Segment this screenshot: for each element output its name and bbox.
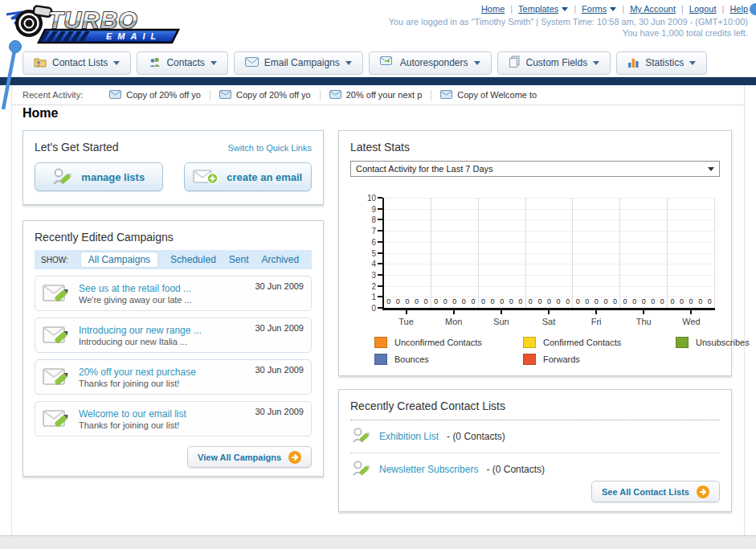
value-label: 0 <box>632 297 636 305</box>
contact-list-link[interactable]: Newsletter Subscribers <box>379 464 478 475</box>
tab-label: Statistics <box>645 57 684 68</box>
main-nav-tabbar: Contact ListsContactsEmail CampaignsAuto… <box>0 48 756 77</box>
tab-statistics[interactable]: Statistics <box>616 51 707 75</box>
top-nav-help[interactable]: Help <box>729 4 748 14</box>
campaign-text: Introducing our new range ...Introducing… <box>79 325 202 346</box>
campaign-subtitle: Introducing our new Italia ... <box>79 337 202 346</box>
x-axis-tick <box>643 310 644 314</box>
top-nav-logout[interactable]: Logout <box>689 4 717 14</box>
arrow-right-icon <box>288 451 301 464</box>
latest-stats-panel: Latest Stats Contact Activity for the La… <box>338 130 732 376</box>
y-axis-tick <box>378 241 382 243</box>
y-axis-label: 4 <box>355 260 376 268</box>
y-axis-tick <box>378 296 382 297</box>
y-axis-tick <box>378 285 382 287</box>
campaign-title-link[interactable]: Welcome to our email list <box>79 408 186 420</box>
value-label: 0 <box>396 297 400 305</box>
legend-item: Bounces <box>374 354 523 365</box>
stats-period-select[interactable]: Contact Activity for the Last 7 Days <box>350 161 720 177</box>
legend-label: Unconfirmed Contacts <box>394 338 482 347</box>
campaigns-panel: Recently Edited Campaigns SHOW: All Camp… <box>22 220 324 477</box>
tab-custom-fields[interactable]: Custom Fields <box>497 51 611 75</box>
tab-autoresponders[interactable]: Autoresponders <box>369 51 492 75</box>
top-nav-label: My Account <box>630 4 676 14</box>
campaign-date: 30 Jun 2009 <box>255 365 304 375</box>
x-axis-tick <box>548 310 550 314</box>
envelope-icon <box>440 90 452 100</box>
contact-list-count: - (0 Contacts) <box>447 431 505 442</box>
view-all-campaigns-button[interactable]: View All Campaigns <box>187 446 312 468</box>
y-axis-label: 1 <box>355 293 376 301</box>
email-envelope-icon <box>245 57 259 69</box>
value-label: 0 <box>415 297 419 305</box>
tab-label: Autoresponders <box>400 57 468 68</box>
contact-list-link[interactable]: Exhibition List <box>379 431 439 442</box>
x-axis-tick <box>690 310 692 314</box>
manage-lists-button[interactable]: manage lists <box>35 162 163 191</box>
value-label: 0 <box>500 297 504 305</box>
tab-contacts[interactable]: Contacts <box>137 51 227 75</box>
top-nav-forms[interactable]: Forms <box>582 4 616 14</box>
chevron-down-icon <box>562 7 568 11</box>
value-label: 0 <box>689 297 693 305</box>
campaign-title-link[interactable]: 20% off your next purchase <box>79 367 196 378</box>
value-label: 0 <box>660 297 664 305</box>
filter-sent[interactable]: Sent <box>229 254 249 265</box>
top-nav-label: Logout <box>689 4 717 14</box>
see-all-contact-lists-button[interactable]: See All Contact Lists <box>591 481 720 502</box>
nav-separator: | <box>622 4 624 14</box>
tab-email-campaigns[interactable]: Email Campaigns <box>234 51 363 75</box>
campaign-title-link[interactable]: Introducing our new range ... <box>79 325 202 336</box>
y-axis-tick <box>378 219 382 220</box>
value-label: 0 <box>557 297 561 305</box>
campaign-card[interactable]: Introducing our new range ...Introducing… <box>35 318 312 353</box>
filter-all-campaigns[interactable]: All Campaigns <box>81 252 157 267</box>
legend-label: Unsubscribes <box>696 338 750 347</box>
x-axis-tick <box>501 310 502 314</box>
campaign-card[interactable]: 20% off your next purchaseThanks for joi… <box>35 359 312 395</box>
contact-lists-folder-icon <box>34 56 47 70</box>
value-label: 0 <box>434 297 438 305</box>
recent-activity-item[interactable]: 20% off your next p <box>321 90 432 100</box>
top-nav-home[interactable]: Home <box>481 4 505 14</box>
filter-archived[interactable]: Archived <box>262 254 300 265</box>
contact-activity-chart: 0123456789100000000000000000000000000000… <box>350 198 720 365</box>
value-label: 0 <box>481 297 485 305</box>
legend-item: Unsubscribes <box>676 337 750 348</box>
corner-dot-decoration <box>750 3 756 15</box>
tab-label: Email Campaigns <box>264 57 340 68</box>
chart-x-axis: TueMonSunSatFriThuWed <box>382 310 715 326</box>
y-axis-tick <box>378 197 382 199</box>
filter-scheduled[interactable]: Scheduled <box>170 254 216 265</box>
chart-category-group: 00000 <box>620 198 668 308</box>
tab-contact-lists[interactable]: Contact Lists <box>22 51 131 75</box>
page-title: Home <box>22 106 58 121</box>
recent-activity-item[interactable]: Copy of Welcome to <box>431 90 546 100</box>
envelope-icon <box>109 90 121 100</box>
x-axis-label: Tue <box>382 310 430 326</box>
campaign-card[interactable]: Welcome to our email listThanks for join… <box>35 401 312 436</box>
turbo-email-logo[interactable]: TURBO EMAIL <box>5 2 191 47</box>
campaign-title-link[interactable]: See us at the retail food ... <box>79 283 192 294</box>
value-label: 0 <box>491 297 495 305</box>
top-nav-my-account[interactable]: My Account <box>630 4 676 14</box>
day-label: Mon <box>445 317 462 326</box>
chart-category-group: 00000 <box>384 198 431 308</box>
top-nav-templates[interactable]: Templates <box>518 4 568 14</box>
campaign-subtitle: Thanks for joining our list! <box>79 420 186 430</box>
recent-activity-item[interactable]: Copy of 20% off yo <box>210 90 321 100</box>
logo-subtitle: EMAIL <box>106 31 161 41</box>
campaign-subtitle: We're giving away our late ... <box>79 295 192 305</box>
person-pencil-icon <box>352 426 371 447</box>
recent-activity-label: Recent Activity: <box>22 90 83 100</box>
view-all-campaigns-label: View All Campaigns <box>198 453 281 462</box>
campaign-card[interactable]: See us at the retail food ...We're givin… <box>35 276 312 311</box>
show-label: SHOW: <box>41 256 68 264</box>
y-axis-tick <box>378 263 382 264</box>
recent-activity-item[interactable]: Copy of 20% off yo <box>100 90 210 100</box>
y-axis-tick <box>378 307 382 309</box>
campaign-filters: All CampaignsScheduledSentArchived <box>81 252 299 267</box>
create-email-button[interactable]: create an email <box>184 162 313 191</box>
switch-quick-links[interactable]: Switch to Quick Links <box>227 143 312 153</box>
day-label: Wed <box>682 317 700 326</box>
